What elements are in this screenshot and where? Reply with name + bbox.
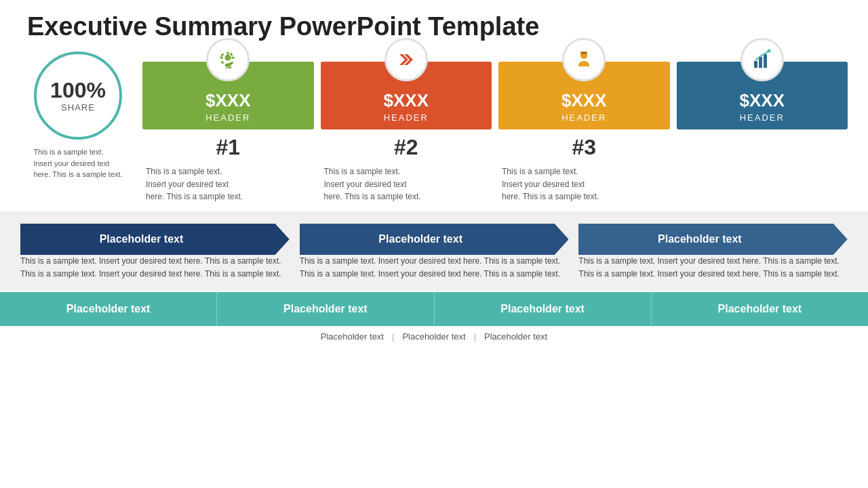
- col-desc-1: This is a sample text.Insert your desire…: [142, 165, 314, 203]
- header-value-4: $XXX: [740, 90, 785, 111]
- svg-rect-4: [220, 57, 223, 59]
- header-value-2: $XXX: [384, 90, 429, 111]
- svg-text:🌿: 🌿: [224, 62, 233, 70]
- worker-icon-circle: [562, 38, 606, 81]
- bottom-cell-4: Placeholder text: [652, 292, 868, 326]
- rank-1: #1: [216, 135, 240, 160]
- share-circle: 100% SHARE: [34, 52, 122, 140]
- svg-rect-14: [580, 52, 587, 54]
- main-title: Executive Summary PowerPoint Template: [0, 0, 868, 48]
- top-section: 100% SHARE This is a sample text.Insert …: [0, 52, 868, 203]
- rank-2: #2: [394, 135, 418, 160]
- bottom-bar: Placeholder text Placeholder text Placeh…: [0, 292, 868, 326]
- col-desc-3: This is a sample text.Insert your desire…: [498, 165, 670, 203]
- svg-point-18: [767, 49, 770, 53]
- column-4: $XXX HEADER: [677, 52, 848, 157]
- mid-desc-2: This is a sample text. Insert your desir…: [300, 255, 569, 281]
- circle-percent: 100%: [50, 79, 106, 102]
- circle-label: SHARE: [61, 102, 95, 113]
- chevron-text-1: Placeholder text: [20, 224, 262, 255]
- circle-column: 100% SHARE This is a sample text.Insert …: [20, 52, 136, 180]
- header-label-2: HEADER: [384, 113, 429, 123]
- chart-icon: [751, 49, 773, 70]
- svg-rect-16: [759, 57, 762, 68]
- svg-rect-2: [227, 52, 229, 55]
- mid-col-2: Placeholder text This is a sample text. …: [300, 224, 569, 281]
- header-label-3: HEADER: [561, 113, 606, 123]
- bottom-cell-3: Placeholder text: [435, 292, 652, 326]
- circle-desc: This is a sample text.Insert your desire…: [30, 146, 125, 180]
- svg-point-1: [225, 55, 231, 61]
- svg-rect-17: [764, 54, 767, 68]
- chevron-banner-2: Placeholder text: [300, 224, 569, 255]
- chevron-banner-3: Placeholder text: [578, 224, 848, 255]
- column-1: 🌿 $XXX HEADER #1 This is a sample text.I…: [142, 52, 314, 203]
- bottom-cell-1: Placeholder text: [0, 292, 217, 326]
- mid-col-3: Placeholder text This is a sample text. …: [578, 224, 848, 281]
- header-value-3: $XXX: [561, 90, 607, 111]
- leaf-icon-circle: 🌿: [206, 38, 250, 81]
- footer-item-3: Placeholder text: [476, 331, 555, 342]
- rank-3: #3: [572, 135, 596, 160]
- svg-rect-15: [754, 61, 757, 68]
- col-desc-2: This is a sample text.Insert your desire…: [321, 165, 492, 203]
- header-label-4: HEADER: [740, 113, 785, 123]
- middle-section: Placeholder text This is a sample text. …: [0, 211, 868, 291]
- worker-icon: [573, 49, 595, 70]
- footer: Placeholder text | Placeholder text | Pl…: [0, 326, 868, 347]
- chart-icon-circle: [741, 38, 784, 81]
- chevron-text-3: Placeholder text: [578, 224, 821, 255]
- mid-desc-1: This is a sample text. Insert your desir…: [20, 255, 290, 281]
- header-label-1: HEADER: [205, 113, 250, 123]
- column-3: $XXX HEADER #3 This is a sample text.Ins…: [498, 52, 670, 203]
- svg-rect-5: [231, 57, 235, 59]
- bottom-cell-2: Placeholder text: [217, 292, 434, 326]
- mid-desc-3: This is a sample text. Insert your desir…: [578, 255, 848, 281]
- footer-item-1: Placeholder text: [313, 331, 392, 342]
- svg-rect-6: [220, 53, 224, 57]
- column-2: $XXX HEADER #2 This is a sample text.Ins…: [321, 52, 492, 203]
- mid-col-1: Placeholder text This is a sample text. …: [20, 224, 290, 281]
- chevron-text-2: Placeholder text: [300, 224, 542, 255]
- footer-item-2: Placeholder text: [394, 331, 473, 342]
- chevron-icon-circle: [384, 38, 428, 81]
- chevron-banner-1: Placeholder text: [20, 224, 290, 255]
- chevron-icon: [395, 49, 417, 70]
- header-value-1: $XXX: [205, 90, 251, 111]
- leaf-icon: 🌿: [217, 49, 239, 70]
